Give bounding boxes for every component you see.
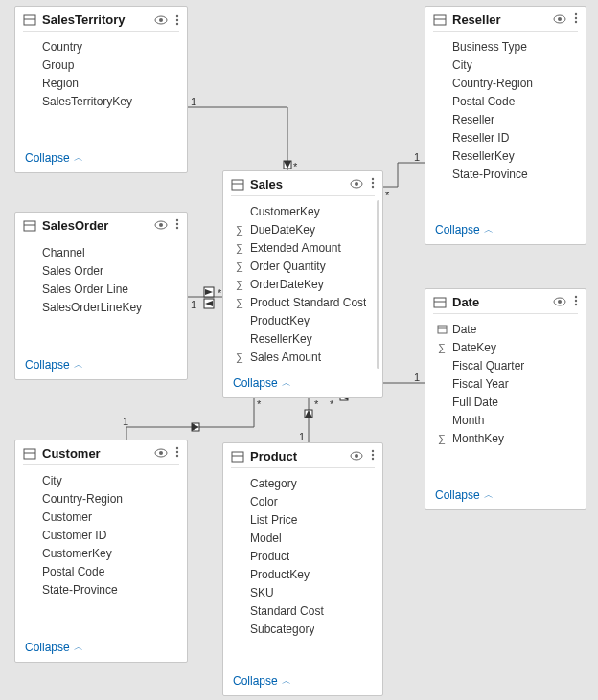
field-row[interactable]: Date xyxy=(435,320,578,338)
more-options-icon[interactable] xyxy=(371,449,375,463)
field-row[interactable]: Reseller ID xyxy=(435,128,578,147)
field-row[interactable]: Group xyxy=(25,56,179,74)
field-row[interactable]: Business Type xyxy=(435,37,578,56)
more-options-icon[interactable] xyxy=(175,446,179,461)
collapse-link[interactable]: Collapse︿ xyxy=(435,488,494,502)
field-row[interactable]: ∑Sales Amount xyxy=(233,348,375,366)
field-row[interactable]: Month xyxy=(435,411,578,429)
field-row[interactable]: Reseller xyxy=(435,110,578,128)
table-salesTerritory[interactable]: SalesTerritory CountryGroupRegionSalesTe… xyxy=(14,6,188,173)
field-row[interactable]: ∑Extended Amount xyxy=(233,238,375,257)
svg-rect-2 xyxy=(204,287,214,297)
field-row[interactable]: ProductKey xyxy=(233,311,375,329)
model-canvas[interactable]: 1 * 1 * 1 * 1 * 1 * 1 * SalesTerritory C… xyxy=(0,0,598,700)
field-row[interactable]: Standard Cost xyxy=(233,601,375,620)
field-row[interactable]: Postal Code xyxy=(25,562,179,580)
table-header[interactable]: Customer xyxy=(15,440,187,464)
field-row[interactable]: City xyxy=(435,56,578,74)
field-row[interactable]: SalesTerritoryKey xyxy=(25,92,179,110)
field-row[interactable]: ResellerKey xyxy=(233,329,375,348)
svg-point-11 xyxy=(176,14,178,16)
table-date[interactable]: Date Date∑DateKeyFiscal QuarterFiscal Ye… xyxy=(425,288,586,510)
field-row[interactable]: Customer ID xyxy=(25,526,179,544)
field-row[interactable]: SalesOrderLineKey xyxy=(233,366,375,371)
field-row[interactable]: Color xyxy=(233,492,375,510)
field-row[interactable]: Country-Region xyxy=(25,489,179,508)
table-title: Product xyxy=(250,449,350,463)
visibility-icon[interactable] xyxy=(350,177,363,192)
field-row[interactable]: List Price xyxy=(233,510,375,529)
field-row[interactable]: State-Province xyxy=(25,580,179,598)
more-options-icon[interactable] xyxy=(175,218,179,233)
visibility-icon[interactable] xyxy=(350,449,363,463)
collapse-link[interactable]: Collapse︿ xyxy=(233,674,291,688)
table-header[interactable]: SalesOrder xyxy=(15,213,187,237)
chevron-up-icon: ︿ xyxy=(484,223,494,237)
visibility-icon[interactable] xyxy=(154,446,168,461)
field-row[interactable]: State-Province xyxy=(435,165,578,183)
field-row[interactable]: ∑DueDateKey xyxy=(233,220,375,238)
field-row[interactable]: CustomerKey xyxy=(25,544,179,562)
field-row[interactable]: City xyxy=(25,471,179,489)
svg-point-47 xyxy=(372,454,374,456)
table-header[interactable]: Reseller xyxy=(426,7,586,31)
field-row[interactable]: SKU xyxy=(233,583,375,601)
field-row[interactable]: Country-Region xyxy=(435,74,578,92)
cardinality-one: 1 xyxy=(191,96,196,107)
more-options-icon[interactable] xyxy=(371,177,375,192)
field-row[interactable]: Region xyxy=(25,74,179,92)
table-product[interactable]: Product CategoryColorList PriceModelProd… xyxy=(222,442,383,696)
more-options-icon[interactable] xyxy=(574,12,578,27)
field-row[interactable]: Sales Order xyxy=(25,261,179,280)
field-row[interactable]: ∑DateKey xyxy=(435,338,578,356)
sigma-icon: ∑ xyxy=(233,224,246,236)
table-header[interactable]: Product xyxy=(223,443,382,467)
table-reseller[interactable]: Reseller Business TypeCityCountry-Region… xyxy=(425,6,586,245)
visibility-icon[interactable] xyxy=(553,12,566,27)
field-list: CategoryColorList PriceModelProductProdu… xyxy=(223,468,382,668)
field-label: SKU xyxy=(250,586,274,599)
field-row[interactable]: Channel xyxy=(25,243,179,261)
visibility-icon[interactable] xyxy=(154,218,168,233)
collapse-link[interactable]: Collapse︿ xyxy=(25,358,83,372)
table-customer[interactable]: Customer CityCountry-RegionCustomerCusto… xyxy=(14,440,188,663)
field-row[interactable]: SalesOrderLineKey xyxy=(25,298,179,316)
field-row[interactable]: ∑Order Quantity xyxy=(233,257,375,275)
field-row[interactable]: Customer xyxy=(25,508,179,526)
sigma-icon: ∑ xyxy=(233,242,246,254)
field-row[interactable]: Fiscal Quarter xyxy=(435,356,578,374)
field-row[interactable]: Postal Code xyxy=(435,92,578,110)
scrollbar[interactable] xyxy=(377,200,380,369)
field-row[interactable]: ResellerKey xyxy=(435,147,578,165)
table-salesOrder[interactable]: SalesOrder ChannelSales OrderSales Order… xyxy=(14,212,188,380)
field-row[interactable]: Category xyxy=(233,474,375,492)
field-row[interactable]: ∑MonthKey xyxy=(435,429,578,447)
field-row[interactable]: Model xyxy=(233,529,375,547)
field-row[interactable]: ∑Product Standard Cost xyxy=(233,293,375,311)
table-header[interactable]: Date xyxy=(426,289,586,313)
field-row[interactable]: Sales Order Line xyxy=(25,280,179,298)
svg-rect-49 xyxy=(434,298,446,307)
field-row[interactable]: CustomerKey xyxy=(233,202,375,220)
collapse-link[interactable]: Collapse︿ xyxy=(25,641,83,654)
chevron-up-icon: ︿ xyxy=(74,641,83,654)
field-row[interactable]: Fiscal Year xyxy=(435,374,578,393)
field-row[interactable]: ∑OrderDateKey xyxy=(233,275,375,293)
field-label: Business Type xyxy=(452,40,527,54)
field-row[interactable]: Product xyxy=(233,547,375,565)
field-row[interactable]: Subcategory xyxy=(233,620,375,638)
field-label: Postal Code xyxy=(42,565,104,578)
more-options-icon[interactable] xyxy=(574,295,578,309)
table-header[interactable]: SalesTerritory xyxy=(15,7,187,31)
more-options-icon[interactable] xyxy=(175,14,179,26)
field-row[interactable]: ProductKey xyxy=(233,565,375,583)
collapse-link[interactable]: Collapse︿ xyxy=(25,151,83,165)
table-sales[interactable]: Sales CustomerKey∑DueDateKey∑Extended Am… xyxy=(222,170,383,398)
collapse-link[interactable]: Collapse︿ xyxy=(233,376,291,390)
visibility-icon[interactable] xyxy=(553,295,566,309)
field-row[interactable]: Full Date xyxy=(435,393,578,411)
table-header[interactable]: Sales xyxy=(223,171,382,195)
field-row[interactable]: Country xyxy=(25,37,179,56)
collapse-link[interactable]: Collapse︿ xyxy=(435,223,494,237)
visibility-icon[interactable] xyxy=(154,15,168,25)
